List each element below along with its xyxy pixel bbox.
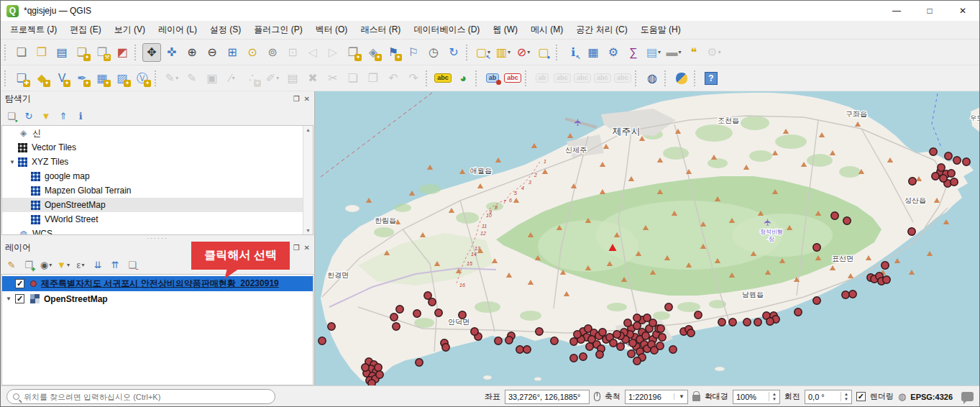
new-print-layout-button[interactable]: ❏✦ (73, 43, 91, 62)
locator-search[interactable] (6, 389, 275, 404)
layer-name[interactable]: 제주특별자치도 서귀포시 안전상비의약품판매현황_20230919 (41, 278, 279, 290)
refresh-map-button[interactable]: ↻ (444, 43, 463, 62)
manage-map-themes-button[interactable]: ◉▾ (38, 257, 54, 273)
pan-map-to-selection-button[interactable]: ✜ (162, 43, 181, 62)
filter-by-expression-button[interactable]: ε▾ (73, 257, 88, 273)
menu-item-7[interactable]: 래스터 (R) (354, 21, 407, 39)
identify-features-button[interactable]: ℹ↖ (564, 43, 582, 62)
save-project-button[interactable]: ▤ (52, 43, 71, 62)
vertex-tool-dropdown-icon[interactable]: ▾ (276, 75, 279, 81)
crs-globe-icon[interactable]: ◍ (898, 392, 906, 401)
rotation-spinbox[interactable]: 0,0 ° ▲▼ (805, 390, 852, 404)
scale-combo[interactable]: 1:220196 ▼ (625, 390, 688, 404)
magnifier-spin-icons[interactable]: ▲▼ (769, 392, 777, 401)
menu-item-4[interactable]: 설정 (S) (203, 21, 247, 39)
layer-diagram-options-button[interactable]: ◕ (454, 69, 472, 88)
style-manager-button[interactable]: ◩ (113, 43, 132, 62)
layer-labeling-options-button[interactable]: abc (434, 69, 452, 88)
add-selected-layers-button[interactable]: ❏● (4, 108, 19, 124)
menu-item-10[interactable]: 메시 (M) (524, 21, 569, 39)
tree-item-google-map[interactable]: google map (2, 169, 313, 183)
collapse-all-layers-button[interactable]: ⇈ (107, 257, 123, 273)
browser-scrollbar[interactable]: ▲▼ (303, 126, 313, 234)
zoom-full-button[interactable]: ⊞ (223, 43, 242, 62)
new-project-button[interactable]: ❏ (12, 43, 31, 62)
menu-item-8[interactable]: 데이터베이스 (D) (407, 21, 486, 39)
open-data-source-manager-button[interactable]: ❏✚ (12, 69, 31, 88)
toggle-editing-dropdown-icon[interactable]: ▾ (175, 75, 178, 81)
new-spatial-bookmark-button[interactable]: ⚑✦ (384, 43, 403, 62)
metasearch-button[interactable]: ◍ (643, 69, 661, 88)
new-virtual-layer-button[interactable]: Ⓥ✦ (133, 69, 152, 88)
expand-all-button[interactable]: ⇊ (90, 257, 106, 273)
layer-visibility-checkbox[interactable]: ✓ (15, 279, 24, 288)
menu-item-12[interactable]: 도움말 (H) (634, 21, 687, 39)
measure-line-dropdown-icon[interactable]: ▾ (678, 49, 681, 55)
menu-item-5[interactable]: 플러그인 (P) (247, 21, 308, 39)
new-geopackage-layer-button[interactable]: ◆✦ (32, 69, 51, 88)
filter-legend-button[interactable]: ▼▾ (55, 257, 71, 273)
open-project-button[interactable]: ❒ (32, 43, 51, 62)
maximize-button[interactable]: □ (913, 1, 946, 21)
new-spatialite-layer-button[interactable]: ✒✦ (73, 69, 91, 88)
scroll-down-icon[interactable]: ▼ (306, 228, 311, 233)
zoom-in-button[interactable]: ⊕ (183, 43, 201, 62)
panel-splitter[interactable]: ······ (1, 235, 314, 240)
tree-item-openstreetmap[interactable]: OpenStreetMap (2, 198, 313, 212)
browser-undock-icon[interactable]: ❐ (293, 95, 300, 103)
new-mesh-layer-button[interactable]: ▨✦ (113, 69, 132, 88)
layers-undock-icon[interactable]: ❐ (293, 244, 300, 252)
browser-close-icon[interactable]: ✕ (304, 95, 310, 103)
processing-toolbox-button[interactable]: ⚙ (604, 43, 623, 62)
crs-status[interactable]: EPSG:4326 (910, 393, 953, 401)
tree-item-vworld-street[interactable]: VWorld Street (2, 212, 313, 227)
python-console-button[interactable] (672, 69, 691, 88)
attributes-table-views-button[interactable]: ▤▾ (644, 43, 663, 62)
tree-item-vector-tiles[interactable]: Vector Tiles (2, 140, 313, 155)
pin-unpin-labels-button[interactable]: ab (483, 69, 502, 88)
expander-open-icon[interactable]: ▼ (6, 159, 18, 165)
close-button[interactable]: ✕ (946, 1, 979, 21)
show-layout-manager-button[interactable]: ❐⚒ (93, 43, 111, 62)
properties-widget-button[interactable]: ℹ (73, 108, 88, 124)
zoom-to-layer-button[interactable]: ⊚ (263, 43, 282, 62)
zoom-to-selection-button[interactable]: ⊙ (243, 43, 262, 62)
filter-legend-dropdown-icon[interactable]: ▾ (67, 262, 70, 268)
new-shapefile-layer-button[interactable]: V✦ (52, 69, 71, 88)
manage-map-themes-dropdown-icon[interactable]: ▾ (49, 262, 52, 268)
select-by-location-button[interactable]: ▢● (534, 43, 553, 62)
select-features-by-value-dropdown-icon[interactable]: ▾ (508, 49, 510, 55)
digitize-with-segment-dropdown-icon[interactable]: ▾ (232, 75, 235, 81)
menu-item-9[interactable]: 웹 (W) (486, 21, 524, 39)
coordinate-field[interactable]: 33,2726°, 126,1885° (505, 390, 590, 404)
refresh-browser-button[interactable]: ↻ (21, 108, 37, 124)
measure-line-button[interactable]: ▬▾ (664, 43, 683, 62)
tree-item-xyz-tiles[interactable]: ▼XYZ Tiles (2, 155, 313, 169)
filter-browser-button[interactable]: ▼ (38, 108, 54, 124)
scale-dropdown-icon[interactable]: ▼ (674, 393, 684, 400)
add-group-button[interactable]: ❐✚ (21, 257, 37, 273)
run-feature-action-dropdown-icon[interactable]: ▾ (718, 49, 721, 55)
temporal-controller-button[interactable]: ◷ (424, 43, 443, 62)
new-temporary-scratch-layer-button[interactable]: ▦✦ (93, 69, 111, 88)
expander-open-icon[interactable]: ▼ (2, 296, 15, 302)
highlight-pinned-labels-button[interactable]: abc (503, 69, 522, 88)
layers-close-icon[interactable]: ✕ (304, 244, 310, 252)
pan-map-button[interactable]: ✥ (142, 43, 161, 62)
remove-layer-button[interactable]: ❏− (124, 257, 140, 273)
menu-item-2[interactable]: 보기 (V) (108, 21, 152, 39)
layer-name[interactable]: OpenStreetMap (44, 294, 108, 304)
new-3d-map-view-button[interactable]: ◈✦ (364, 43, 383, 62)
tree-item-wcs[interactable]: ◍WCS (2, 227, 313, 235)
menu-item-3[interactable]: 레이어 (L) (152, 21, 203, 39)
layer-row-1[interactable]: ▼✓OpenStreetMap (2, 291, 313, 306)
open-attribute-table-button[interactable]: ▦ (584, 43, 603, 62)
lock-scale-icon[interactable] (692, 395, 700, 401)
menu-item-1[interactable]: 편집 (E) (63, 21, 107, 39)
tree-item-mapzen-global-terrain[interactable]: Mapzen Global Terrain (2, 183, 313, 198)
rotation-spin-icons[interactable]: ▲▼ (841, 392, 848, 401)
minimize-button[interactable]: — (880, 1, 913, 21)
layer-visibility-checkbox[interactable]: ✓ (15, 294, 24, 303)
zoom-out-button[interactable]: ⊖ (203, 43, 221, 62)
magnifier-spinbox[interactable]: 100% ▲▼ (733, 390, 780, 404)
